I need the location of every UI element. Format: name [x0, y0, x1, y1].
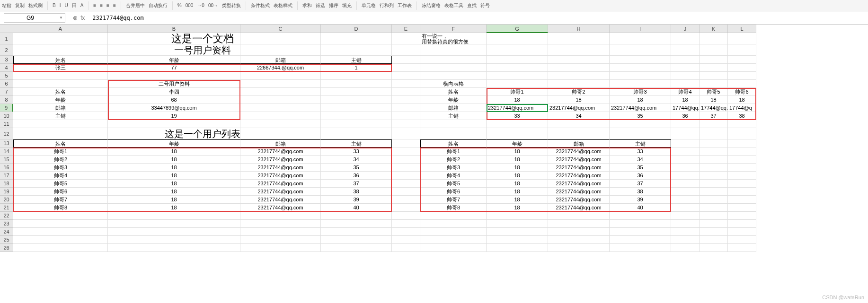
cell[interactable] [240, 220, 321, 228]
cell[interactable]: 邮箱 [240, 139, 321, 147]
cell[interactable] [548, 244, 610, 252]
cell[interactable] [671, 236, 700, 244]
cell[interactable] [671, 128, 700, 139]
cell[interactable] [671, 164, 700, 172]
cell[interactable]: 33 [610, 147, 671, 156]
cell[interactable] [728, 172, 756, 180]
cell[interactable] [487, 212, 548, 220]
cell[interactable] [321, 212, 392, 220]
cell[interactable]: 18 [671, 96, 700, 104]
cell[interactable]: 23217744@qq.com [548, 180, 610, 188]
toolbar-item[interactable]: →0 [197, 3, 204, 8]
cell[interactable]: 37 [321, 180, 392, 188]
row-header-9[interactable]: 9 [0, 104, 13, 112]
cell[interactable] [392, 139, 420, 147]
cell[interactable]: 33447899@qq.com [108, 104, 240, 112]
col-header-F[interactable]: F [420, 25, 487, 33]
cell[interactable] [321, 88, 392, 96]
cell[interactable]: 23217744@qq.com [240, 196, 321, 204]
cell[interactable] [671, 56, 700, 64]
cell[interactable] [728, 212, 756, 220]
cell[interactable]: 18 [548, 96, 610, 104]
cell[interactable] [420, 72, 487, 80]
cell[interactable] [108, 236, 240, 244]
cell[interactable] [728, 56, 756, 64]
cell[interactable]: 22667344.@qq.com [240, 64, 321, 72]
cell[interactable] [487, 33, 548, 44]
cell[interactable] [728, 128, 756, 139]
cell[interactable] [728, 196, 756, 204]
cell[interactable] [700, 228, 728, 236]
cell[interactable] [548, 212, 610, 220]
col-header-G[interactable]: G [487, 25, 548, 33]
cell[interactable] [610, 212, 671, 220]
row-header-17[interactable]: 17 [0, 172, 13, 180]
cell[interactable] [548, 80, 610, 88]
cell[interactable]: 18 [108, 147, 240, 156]
row-header-20[interactable]: 20 [0, 196, 13, 204]
cell[interactable] [240, 72, 321, 80]
cell[interactable] [610, 220, 671, 228]
cell[interactable]: 主键 [321, 139, 392, 147]
cell[interactable] [548, 128, 610, 139]
cell[interactable] [671, 72, 700, 80]
row-header-19[interactable]: 19 [0, 188, 13, 196]
cell[interactable] [108, 120, 240, 128]
cell[interactable] [487, 80, 548, 88]
cell[interactable] [548, 72, 610, 80]
row-header-26[interactable]: 26 [0, 244, 13, 252]
cell[interactable] [392, 112, 420, 120]
cell[interactable] [671, 244, 700, 252]
cell[interactable] [240, 212, 321, 220]
row-header-7[interactable]: 7 [0, 88, 13, 96]
cell[interactable]: 邮箱 [240, 56, 321, 64]
cell[interactable] [13, 220, 108, 228]
cell[interactable] [487, 56, 548, 64]
col-header-C[interactable]: C [240, 25, 321, 33]
cell[interactable] [321, 112, 392, 120]
toolbar-item[interactable]: B [53, 3, 56, 8]
cell[interactable] [392, 128, 420, 139]
cell[interactable] [728, 220, 756, 228]
cell[interactable] [420, 64, 487, 72]
cell[interactable]: 38 [610, 188, 671, 196]
cell[interactable] [610, 244, 671, 252]
cell[interactable] [610, 236, 671, 244]
cell[interactable]: 18 [487, 204, 548, 212]
cell[interactable]: 姓名 [13, 139, 108, 147]
cell[interactable]: 主键 [321, 56, 392, 64]
cell[interactable]: 39 [610, 196, 671, 204]
cell[interactable]: 年龄 [108, 139, 240, 147]
cell[interactable] [13, 228, 108, 236]
cell[interactable] [671, 33, 700, 44]
cell[interactable] [240, 120, 321, 128]
cell[interactable]: 18 [487, 180, 548, 188]
cell[interactable] [321, 236, 392, 244]
cell[interactable]: 帅哥4 [671, 88, 700, 96]
cell[interactable] [728, 244, 756, 252]
cell[interactable]: 年龄 [13, 96, 108, 104]
toolbar-item[interactable]: ≡ [100, 3, 103, 8]
cell[interactable]: 帅哥6 [420, 188, 487, 196]
cell[interactable] [548, 220, 610, 228]
fx-icon[interactable]: fx [80, 15, 85, 21]
row-header-22[interactable]: 22 [0, 212, 13, 220]
cell[interactable] [671, 188, 700, 196]
cell[interactable] [392, 228, 420, 236]
cell[interactable] [420, 56, 487, 64]
cell[interactable]: 23217744@qq.com [487, 104, 548, 112]
cell[interactable]: 23217744@qq.com [548, 156, 610, 164]
cell[interactable]: 23217744@qq.com [548, 172, 610, 180]
col-header-K[interactable]: K [700, 25, 728, 33]
col-header-I[interactable]: I [610, 25, 671, 33]
row-header-14[interactable]: 14 [0, 147, 13, 156]
col-header-L[interactable]: L [728, 25, 756, 33]
cell[interactable]: 李四 [108, 88, 240, 96]
cell[interactable]: 40 [321, 204, 392, 212]
cell[interactable]: 23217744@qq.com [548, 188, 610, 196]
row-header-4[interactable]: 4 [0, 64, 13, 72]
cell[interactable] [240, 104, 321, 112]
cell[interactable]: 18 [108, 156, 240, 164]
cell[interactable] [548, 120, 610, 128]
cell[interactable] [671, 156, 700, 164]
